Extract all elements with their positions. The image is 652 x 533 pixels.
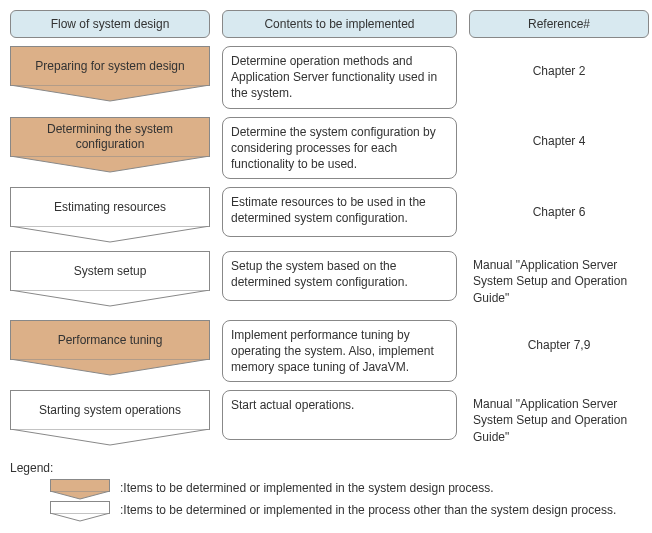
chevron-down-icon bbox=[10, 290, 210, 307]
legend-row-empty: :Items to be determined or implemented i… bbox=[10, 501, 642, 521]
svg-marker-4 bbox=[10, 359, 210, 375]
reference-text: Chapter 4 bbox=[469, 117, 649, 167]
svg-marker-1 bbox=[10, 156, 210, 172]
flow-step-label: Performance tuning bbox=[10, 320, 210, 360]
flow-step: Determining the system configuration bbox=[10, 117, 210, 173]
header-reference: Reference# bbox=[469, 10, 649, 38]
legend-swatch-filled bbox=[50, 479, 110, 499]
flow-step: Performance tuning bbox=[10, 320, 210, 376]
legend-text-filled: :Items to be determined or implemented i… bbox=[120, 479, 642, 497]
flow-step-label: Preparing for system design bbox=[10, 46, 210, 86]
legend-title: Legend: bbox=[10, 461, 642, 475]
svg-marker-7 bbox=[50, 513, 110, 521]
header-contents: Contents to be implemented bbox=[222, 10, 457, 38]
flow-step-label: Estimating resources bbox=[10, 187, 210, 227]
reference-text: Manual "Application Server System Setup … bbox=[469, 390, 649, 451]
svg-marker-0 bbox=[10, 85, 210, 101]
content-box: Determine operation methods and Applicat… bbox=[222, 46, 457, 109]
reference-text: Manual "Application Server System Setup … bbox=[469, 251, 649, 312]
legend-text-empty: :Items to be determined or implemented i… bbox=[120, 501, 642, 519]
reference-text: Chapter 7,9 bbox=[469, 320, 649, 370]
reference-text: Chapter 6 bbox=[469, 187, 649, 237]
svg-marker-5 bbox=[10, 429, 210, 445]
content-box: Determine the system configuration by co… bbox=[222, 117, 457, 180]
svg-marker-3 bbox=[10, 290, 210, 306]
content-box: Setup the system based on the determined… bbox=[222, 251, 457, 301]
flow-step-label: Determining the system configuration bbox=[10, 117, 210, 157]
flow-step-label: System setup bbox=[10, 251, 210, 291]
reference-text: Chapter 2 bbox=[469, 46, 649, 96]
header-flow: Flow of system design bbox=[10, 10, 210, 38]
chevron-down-icon bbox=[10, 429, 210, 446]
flow-step: Estimating resources bbox=[10, 187, 210, 243]
chevron-down-icon bbox=[10, 359, 210, 376]
chevron-down-icon bbox=[10, 85, 210, 102]
chevron-down-icon bbox=[10, 156, 210, 173]
svg-marker-6 bbox=[50, 491, 110, 499]
diagram-grid: Flow of system designContents to be impl… bbox=[10, 10, 642, 451]
content-box: Start actual operations. bbox=[222, 390, 457, 440]
flow-step-label: Starting system operations bbox=[10, 390, 210, 430]
flow-step: Preparing for system design bbox=[10, 46, 210, 102]
legend-row-filled: :Items to be determined or implemented i… bbox=[10, 479, 642, 499]
content-box: Estimate resources to be used in the det… bbox=[222, 187, 457, 237]
legend-swatch-empty bbox=[50, 501, 110, 521]
svg-marker-2 bbox=[10, 226, 210, 242]
chevron-down-icon bbox=[10, 226, 210, 243]
flow-step: System setup bbox=[10, 251, 210, 307]
content-box: Implement performance tuning by operatin… bbox=[222, 320, 457, 383]
flow-step: Starting system operations bbox=[10, 390, 210, 446]
